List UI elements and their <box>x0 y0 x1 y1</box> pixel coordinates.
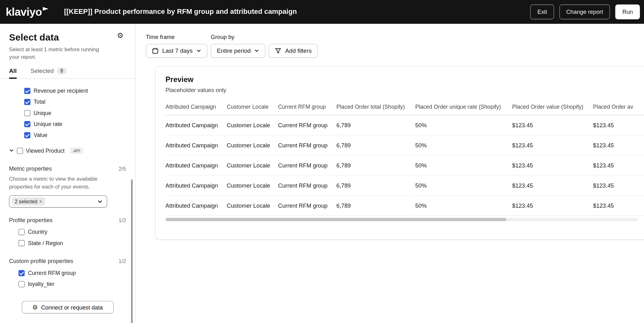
checkbox[interactable] <box>24 99 31 105</box>
filters-bar: Time frame Last 7 days Group by Entire p… <box>146 34 644 58</box>
group-by-dropdown[interactable]: Entire period <box>211 44 265 58</box>
metric-item-value[interactable]: Value <box>0 130 135 141</box>
checkbox[interactable] <box>24 88 31 94</box>
metric-item-unique-rate[interactable]: Unique rate <box>0 119 135 130</box>
exit-button[interactable]: Exit <box>530 4 554 19</box>
tab-selected-label: Selected <box>31 68 54 74</box>
app-window: klaviyo [[KEEP]] Product performance by … <box>0 0 644 323</box>
metric-item-unique[interactable]: Unique <box>0 108 135 119</box>
chevron-down-icon[interactable] <box>9 148 14 153</box>
metric-label: Unique rate <box>34 121 62 128</box>
spacer <box>269 34 318 41</box>
time-frame-dropdown[interactable]: Last 7 days <box>146 44 208 58</box>
table-row: Attributed CampaignCustomer LocaleCurren… <box>165 175 644 195</box>
section-title: Metric properties <box>9 166 52 172</box>
table-cell: Attributed Campaign <box>165 195 227 216</box>
table-cell: Customer Locale <box>227 155 278 175</box>
metric-properties-description: Choose a metric to view the available pr… <box>9 175 107 191</box>
viewed-product-row[interactable]: Viewed Product API <box>0 145 135 157</box>
table-cell: 50% <box>415 135 512 155</box>
preview-table-wrap: Attributed CampaignCustomer LocaleCurren… <box>165 104 644 216</box>
checkbox[interactable] <box>24 121 31 128</box>
sidebar-title: Select data <box>9 32 59 43</box>
profile-item-country[interactable]: Country <box>0 227 135 238</box>
profile-properties-list: Country State / Region <box>0 227 135 249</box>
connect-or-request-data-button[interactable]: Connect or request data <box>22 301 114 313</box>
checkbox[interactable] <box>24 110 31 117</box>
table-cell: 6,789 <box>336 135 415 155</box>
table-cell: $123.45 <box>593 155 644 175</box>
sidebar-scrollbar[interactable] <box>131 179 133 323</box>
section-title: Custom profile properties <box>9 258 73 264</box>
metric-checkbox-list: Revenue per recipient Total Unique Uniqu… <box>0 85 135 141</box>
table-row: Attributed CampaignCustomer LocaleCurren… <box>165 155 644 175</box>
table-cell: 50% <box>415 175 512 195</box>
custom-profile-label: loyalty_tier <box>28 281 54 287</box>
connect-button-label: Connect or request data <box>41 304 103 310</box>
table-cell: $123.45 <box>593 195 644 216</box>
section-title: Profile properties <box>9 217 53 223</box>
selected-chip[interactable]: 2 selected <box>12 197 45 205</box>
custom-profile-item-loyalty-tier[interactable]: loyalty_tier <box>0 279 135 290</box>
table-cell: $123.45 <box>512 115 593 135</box>
column-header: Placed Order total (Shopify) <box>336 104 415 115</box>
profile-item-state-region[interactable]: State / Region <box>0 238 135 249</box>
checkbox[interactable] <box>19 229 25 235</box>
add-filters-label: Add filters <box>285 48 312 54</box>
section-count: 1/2 <box>119 217 126 223</box>
settings-gear-icon[interactable] <box>117 32 124 40</box>
table-cell: Attributed Campaign <box>165 135 227 155</box>
metric-item-revenue-per-recipient[interactable]: Revenue per recipient <box>0 85 135 96</box>
checkbox[interactable] <box>17 148 23 154</box>
table-cell: $123.45 <box>512 175 593 195</box>
metric-properties-select[interactable]: 2 selected <box>9 195 107 208</box>
preview-table: Attributed CampaignCustomer LocaleCurren… <box>165 104 644 216</box>
main-content: Time frame Last 7 days Group by Entire p… <box>136 24 644 323</box>
gear-icon <box>32 304 38 310</box>
chip-label: 2 selected <box>15 199 37 204</box>
table-cell: $123.45 <box>593 135 644 155</box>
metric-label: Unique <box>34 110 51 117</box>
section-count: 2/5 <box>119 166 126 172</box>
tab-selected[interactable]: Selected 8 <box>31 68 66 79</box>
add-filters-button[interactable]: Add filters <box>269 44 318 58</box>
table-cell: Current RFM group <box>278 115 336 135</box>
run-button[interactable]: Run <box>615 4 640 19</box>
remove-chip-icon[interactable] <box>39 199 42 204</box>
metric-item-total[interactable]: Total <box>0 96 135 107</box>
checkbox[interactable] <box>19 281 25 287</box>
chevron-down-icon <box>254 48 259 53</box>
table-cell: Customer Locale <box>227 195 278 216</box>
custom-profile-item-current-rfm-group[interactable]: Current RFM group <box>0 268 135 279</box>
klaviyo-flag-icon <box>43 7 49 11</box>
time-frame-label: Time frame <box>146 34 208 41</box>
checkbox[interactable] <box>19 240 25 246</box>
metric-properties-header: Metric properties 2/5 <box>9 166 126 172</box>
table-scrollbar-thumb[interactable] <box>165 218 506 221</box>
table-cell: Customer Locale <box>227 115 278 135</box>
column-header: Placed Order unique rate (Shopify) <box>415 104 512 115</box>
checkbox[interactable] <box>24 132 31 139</box>
custom-profile-label: Current RFM group <box>28 270 76 276</box>
table-cell: 6,789 <box>336 115 415 135</box>
table-cell: 6,789 <box>336 175 415 195</box>
app-header: klaviyo [[KEEP]] Product performance by … <box>0 0 644 24</box>
klaviyo-wordmark: klaviyo <box>6 6 42 17</box>
klaviyo-logo[interactable]: klaviyo <box>6 6 49 17</box>
table-scrollbar-track[interactable] <box>165 218 638 221</box>
table-row: Attributed CampaignCustomer LocaleCurren… <box>165 115 644 135</box>
preview-title: Preview <box>165 75 644 84</box>
group-by-value: Entire period <box>217 48 251 54</box>
table-header-row: Attributed CampaignCustomer LocaleCurren… <box>165 104 644 115</box>
table-cell: 6,789 <box>336 195 415 216</box>
table-cell: Current RFM group <box>278 135 336 155</box>
table-cell: $123.45 <box>512 155 593 175</box>
custom-profile-properties-header: Custom profile properties 1/2 <box>9 258 126 264</box>
table-cell: Customer Locale <box>227 175 278 195</box>
table-cell: Attributed Campaign <box>165 175 227 195</box>
tab-all[interactable]: All <box>9 68 17 79</box>
checkbox[interactable] <box>19 270 25 276</box>
change-report-button[interactable]: Change report <box>559 4 610 19</box>
column-header: Customer Locale <box>227 104 278 115</box>
chevron-down-icon <box>97 199 103 204</box>
